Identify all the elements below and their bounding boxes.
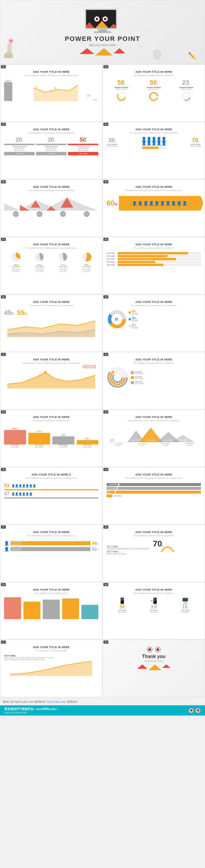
slide-8-title: ADD YOUR TITLE IN HERE: [105, 243, 202, 246]
slide-16-bars: TEXT HERE TEXT HERE TEXT HERE TEXT HERE: [105, 481, 202, 500]
slide-2-stats: 50. Sample Heading Sample text here 90. …: [105, 79, 202, 90]
slide-21: 21 ADD YOUR TITLE IN HERE This is availa…: [0, 640, 103, 697]
slide-18-title: ADD YOUR TITLE IN HERE: [105, 531, 202, 534]
svg-text:TEXT HERE: TEXT HERE: [178, 439, 188, 441]
slide-18-subtitle: This is available text. Lorem ipsum dolo…: [105, 535, 202, 537]
footer-source: 素材之家 http://sr.jb51.net/ 整理发布 http://sr.…: [0, 697, 205, 705]
cta-text-area: 更多精品PPT资源尽在—sucai999.com！ www.sucai999.c…: [4, 707, 58, 714]
slide-19-bars: [3, 596, 100, 621]
slide-2: 02 ADD YOUR TITLE IN HERE This is availa…: [103, 64, 205, 122]
slide-3-subtitle: This is available text. This is availabl…: [3, 132, 100, 134]
cta-bar: 更多精品PPT资源尽在—sucai999.com！ www.sucai999.c…: [0, 705, 205, 716]
svg-rect-10: [142, 147, 158, 149]
slide-4: 04 ADD YOUR TITLE IN HERE This is availa…: [103, 122, 205, 179]
slide-3-boxes: 20. Demographics-based Text text demo Ag…: [3, 136, 100, 151]
slide-11-chart: High Point here: [3, 365, 100, 391]
footer-eyes: [188, 708, 201, 713]
slide-9-title: ADD YOUR TITLE IN HERE: [3, 301, 100, 304]
slide-4-subtitle: This is available text. This is availabl…: [105, 132, 202, 134]
svg-text:TEXT HERE: TEXT HERE: [163, 439, 173, 441]
svg-point-27: [44, 371, 47, 374]
slide-13-bars: 85% TEXT HERE text sample 65% TEXT HERE …: [3, 423, 100, 450]
thank-you-mountains: [105, 664, 202, 670]
slide-15-title: ADD YOUR TITLE IN HERE 5: [3, 473, 100, 476]
slide-15-subtitle: This is available text. This is availabl…: [3, 477, 100, 479]
plant-decoration: 🌸: [6, 43, 13, 58]
cta-text: 更多精品PPT资源尽在—sucai999.com！: [4, 707, 58, 711]
slide-5-title: ADD YOUR TITLE IN HERE: [3, 185, 100, 188]
svg-text:TEXT HERE: TEXT HERE: [146, 439, 156, 441]
slide-9-chart: 45% 55%: [3, 308, 100, 340]
slide-10: 10 ADD YOUR TITLE IN HERE This is availa…: [103, 294, 205, 352]
slide-15-content: 53. 👤👤👤👤👤👤👤 47. 👤👤👤👤👤👤: [3, 481, 100, 501]
footer-link[interactable]: http://sr.jb51.net/: [46, 700, 66, 703]
slide-9-subtitle: This is available text. This is availabl…: [3, 305, 100, 307]
slide-4-content: 30. TEXT HERE text here sample 👤👤👤👤👤 👤👤👤…: [105, 135, 202, 151]
slide-2-title: ADD YOUR TITLE IN HERE: [105, 70, 202, 73]
slide-13-title: ADD YOUR TITLE IN HERE: [3, 415, 100, 418]
slide-19-subtitle: This is available text. This is availabl…: [3, 592, 100, 594]
cta-website: www.sucai999.com: [4, 711, 58, 714]
slide-3: 03 ADD YOUR TITLE IN HERE This is availa…: [0, 122, 103, 179]
slide-8-bars: TEXT HERE TEXT HERE TEXT HERE TEXT HERE: [105, 250, 202, 268]
slide-1-title: ADD YOUR TITLE IN HERE: [3, 70, 100, 73]
cover-subtitle: Add your text in here: [89, 43, 116, 47]
slide-7: 07 ADD YOUR TITLE IN HERE This is availa…: [0, 237, 103, 294]
slide-7-pies: 35% TEXT HERE 15% TEXT HERE 13% TEXT HER…: [3, 251, 100, 268]
slide-12: 12 ADD YOUR TITLE IN HERE This is availa…: [103, 352, 205, 409]
slide-11-subtitle: This is available text. Lorem ipsum dolo…: [3, 362, 100, 364]
slide-17: 17 ADD YOUR TITLE IN HERE This is availa…: [0, 525, 103, 582]
slide-6-content: 60% 👤👤👤👤👤👤👤👤👤👤: [105, 193, 202, 214]
slide-2-subtitle: This is available text. Lorem ipsum dolo…: [105, 74, 202, 76]
cover-slide: 🌸 ✏️ POWER YOUR POINT Add your text in h…: [0, 0, 205, 64]
slide-1: 01 ADD YOUR TITLE IN HERE This is availa…: [0, 64, 103, 122]
slide-11: 11 ADD YOUR TITLE IN HERE This is availa…: [0, 352, 103, 409]
slide-20: 20 ADD YOUR TITLE IN HERE This is availa…: [103, 582, 205, 640]
slide-13: 13 ADD YOUR TITLE IN HERE This is availa…: [0, 409, 103, 467]
slide-14: 14 ADD YOUR TITLE IN HERE This is availa…: [103, 409, 205, 467]
slide-12-subtitle: This is available text. Lorem ipsum dolo…: [105, 362, 202, 364]
slide-9: 09 ADD YOUR TITLE IN HERE This is availa…: [0, 294, 103, 352]
slide-21-subtitle: This is available text. This is availabl…: [3, 650, 100, 652]
slide-17-content: 👤 TEXT HEREsample text 48% 👤 TEXT HEREsa…: [3, 538, 100, 554]
slide-14-chart: TEXT HERE TEXT HERE TEXT HERE TEXT HERE …: [105, 423, 202, 448]
svg-marker-26: [7, 372, 95, 389]
slide-7-title: ADD YOUR TITLE IN HERE: [3, 243, 100, 246]
slide-10-subtitle: This is available text. Lorem ipsum dolo…: [105, 305, 202, 307]
slide-12-title: ADD YOUR TITLE IN HERE: [105, 358, 202, 361]
slide-7-subtitle: This is available text. This is availabl…: [3, 247, 100, 249]
slide-19-title: ADD YOUR TITLE IN HERE: [3, 588, 100, 591]
slide-21-chart: TEXT HERE Exposition the threat AREAS AN…: [3, 653, 100, 678]
slide-20-title: ADD YOUR TITLE IN HERE: [105, 588, 202, 591]
slide-11-title: ADD YOUR TITLE IN HERE: [3, 358, 100, 361]
slide-13-subtitle: This is available text. Agio, this is a …: [3, 420, 100, 422]
slide-16-title: ADD YOUR TITLE IN HERE: [105, 473, 202, 476]
slide-10-title: ADD YOUR TITLE IN HERE: [105, 301, 202, 304]
slide-7-labels: TEXT HEREtext sample TEXT HEREtext sampl…: [3, 269, 100, 272]
pencils-decoration: ✏️: [188, 52, 196, 60]
slide-18: 18 ADD YOUR TITLE IN HERE This is availa…: [103, 525, 205, 582]
slide-1-chart: 100% ★ ★ 80% 60%: [3, 78, 100, 102]
slide-8: 08 ADD YOUR TITLE IN HERE This is availa…: [103, 237, 205, 294]
slide-3-labels: TEXT HERE TEXT HERE TEXT HERE: [3, 152, 100, 155]
svg-text:★: ★: [54, 87, 56, 89]
thank-you-text: Thank you: [105, 654, 202, 659]
slide-5-subtitle: This is available text. Lorem ipsum dolo…: [3, 190, 100, 192]
slides-grid: 01 ADD YOUR TITLE IN HERE This is availa…: [0, 64, 205, 697]
slide-17-title: ADD YOUR TITLE IN HERE: [3, 531, 100, 534]
mouse-graphic: [153, 49, 161, 60]
slide-12-chart: Text Heretext sample Text Heretext sampl…: [105, 365, 202, 390]
slide-4-title: ADD YOUR TITLE IN HERE: [105, 128, 202, 131]
slide-21-title: ADD YOUR TITLE IN HERE: [3, 646, 100, 649]
slide-6: 06 ADD YOUR TITLE IN HERE This is availa…: [103, 179, 205, 237]
footer-left: 素材之家 http://sr.jb51.net/ 整理发布: [3, 700, 45, 703]
cover-mountains: [80, 48, 125, 56]
slide-15: 15 ADD YOUR TITLE IN HERE 5 This is avai…: [0, 467, 103, 525]
slide-1-subtitle: This is available text. Lorem ipsum dolo…: [3, 74, 100, 76]
slide-6-title: ADD YOUR TITLE IN HERE: [105, 185, 202, 188]
slide-14-title: ADD YOUR TITLE IN HERE: [105, 415, 202, 418]
slide-17-subtitle: This is available text. This is availabl…: [3, 535, 100, 537]
svg-text:★: ★: [35, 85, 37, 88]
slide-19: 19 ADD YOUR TITLE IN HERE This is availa…: [0, 582, 103, 640]
slide-5-chart: 10% 20% 30% 40%: [3, 193, 100, 218]
